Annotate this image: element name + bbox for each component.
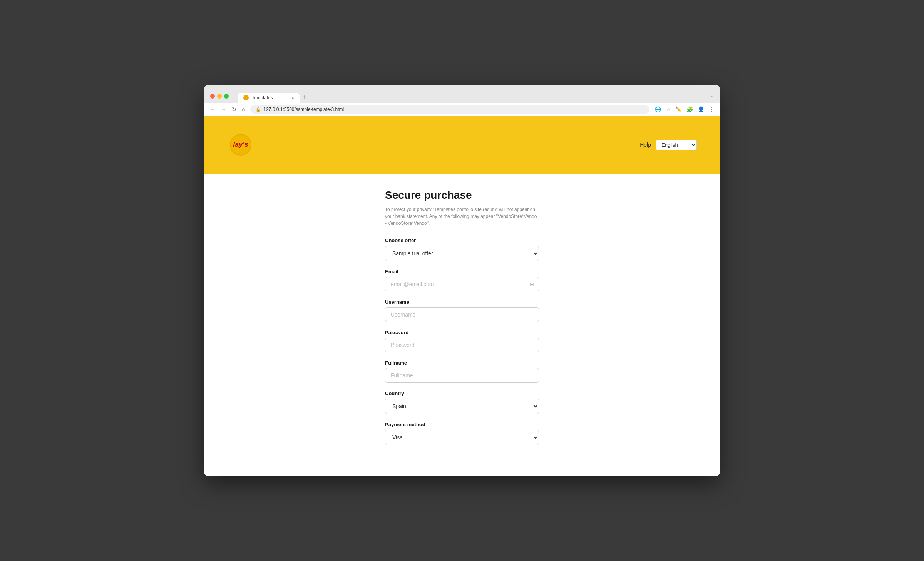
main-content: Secure purchase To protect your privacy … bbox=[204, 174, 720, 476]
password-label: Password bbox=[385, 330, 539, 335]
username-label: Username bbox=[385, 299, 539, 305]
username-group: Username bbox=[385, 299, 539, 322]
extensions-button[interactable]: 🧩 bbox=[685, 105, 694, 114]
country-label: Country bbox=[385, 390, 539, 396]
password-input[interactable] bbox=[385, 338, 539, 352]
choose-offer-label: Choose offer bbox=[385, 238, 539, 243]
email-label: Email bbox=[385, 269, 539, 275]
tab-title: Templates bbox=[252, 95, 273, 100]
maximize-button[interactable] bbox=[224, 94, 229, 99]
privacy-text: To protect your privacy "Templates portf… bbox=[385, 206, 539, 227]
tab-bar: Templates × + bbox=[238, 93, 307, 103]
back-button[interactable]: ← bbox=[209, 106, 217, 113]
url-text: 127.0.0.1:5500/sample-template-3.html bbox=[263, 107, 344, 112]
address-bar[interactable]: 🔒 127.0.0.1:5500/sample-template-3.html bbox=[250, 105, 649, 114]
active-tab[interactable]: Templates × bbox=[238, 93, 300, 103]
forward-button[interactable]: → bbox=[219, 106, 228, 113]
language-select[interactable]: English Spanish French German bbox=[656, 140, 697, 150]
page-content: lay's Help English Spanish French German… bbox=[204, 116, 720, 476]
site-header: lay's Help English Spanish French German bbox=[204, 116, 720, 174]
payment-method-label: Payment method bbox=[385, 422, 539, 427]
address-bar-row: ← → ↻ ⌂ 🔒 127.0.0.1:5500/sample-template… bbox=[204, 103, 720, 116]
tab-close-button[interactable]: × bbox=[292, 95, 294, 100]
reload-button[interactable]: ↻ bbox=[230, 106, 238, 113]
traffic-lights bbox=[210, 94, 229, 99]
country-select[interactable]: Spain United States United Kingdom Franc… bbox=[385, 399, 539, 414]
minimize-button[interactable] bbox=[217, 94, 222, 99]
close-button[interactable] bbox=[210, 94, 215, 99]
translate-button[interactable]: 🌐 bbox=[653, 105, 662, 114]
password-group: Password bbox=[385, 330, 539, 352]
new-tab-button[interactable]: + bbox=[303, 93, 307, 103]
form-container: Secure purchase To protect your privacy … bbox=[377, 189, 547, 445]
svg-text:lay's: lay's bbox=[233, 141, 248, 148]
title-bar: Templates × + ⌄ bbox=[204, 85, 720, 103]
tab-list-chevron[interactable]: ⌄ bbox=[710, 92, 714, 98]
bookmark-button[interactable]: ☆ bbox=[665, 105, 672, 114]
nav-buttons: ← → ↻ ⌂ bbox=[209, 106, 246, 113]
email-input-wrapper: ⊞ bbox=[385, 277, 539, 291]
fullname-group: Fullname bbox=[385, 360, 539, 383]
header-right: Help English Spanish French German bbox=[640, 140, 697, 150]
choose-offer-group: Choose offer Sample trial offer Premium … bbox=[385, 238, 539, 261]
email-icon: ⊞ bbox=[530, 281, 534, 287]
choose-offer-select[interactable]: Sample trial offer Premium offer Basic o… bbox=[385, 246, 539, 261]
browser-actions: 🌐 ☆ ✏️ 🧩 👤 ⋮ bbox=[653, 105, 715, 114]
username-input[interactable] bbox=[385, 307, 539, 322]
browser-chrome: Templates × + ⌄ ← → ↻ ⌂ 🔒 127.0.0.1:5500… bbox=[204, 85, 720, 116]
browser-window: Templates × + ⌄ ← → ↻ ⌂ 🔒 127.0.0.1:5500… bbox=[204, 85, 720, 476]
tab-favicon-icon bbox=[243, 95, 249, 100]
page-title: Secure purchase bbox=[385, 189, 539, 201]
help-link[interactable]: Help bbox=[640, 142, 651, 148]
profile-button[interactable]: 👤 bbox=[696, 105, 705, 114]
payment-method-group: Payment method Visa Mastercard PayPal Am… bbox=[385, 422, 539, 445]
country-group: Country Spain United States United Kingd… bbox=[385, 390, 539, 414]
lays-logo: lay's bbox=[227, 131, 254, 158]
pen-button[interactable]: ✏️ bbox=[674, 105, 683, 114]
fullname-label: Fullname bbox=[385, 360, 539, 366]
payment-method-select[interactable]: Visa Mastercard PayPal American Express bbox=[385, 430, 539, 445]
home-button[interactable]: ⌂ bbox=[240, 106, 246, 113]
email-input[interactable] bbox=[385, 277, 539, 291]
fullname-input[interactable] bbox=[385, 368, 539, 383]
lock-icon: 🔒 bbox=[256, 107, 261, 112]
menu-button[interactable]: ⋮ bbox=[708, 105, 715, 114]
email-group: Email ⊞ bbox=[385, 269, 539, 291]
